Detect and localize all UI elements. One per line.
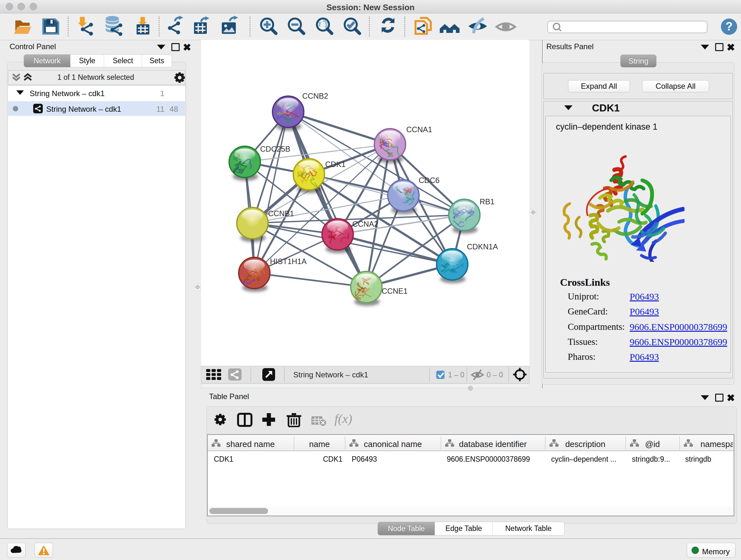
svg-text:CDC25B: CDC25B bbox=[260, 145, 290, 153]
svg-text:String Network – cdk1: String Network – cdk1 bbox=[293, 370, 368, 379]
svg-text:CCNE1: CCNE1 bbox=[382, 287, 408, 295]
svg-text:HIST1H1A: HIST1H1A bbox=[270, 257, 307, 266]
svg-text:CCNB2: CCNB2 bbox=[302, 91, 328, 100]
svg-text:1 – 0: 1 – 0 bbox=[448, 371, 464, 379]
svg-text:CCNA2: CCNA2 bbox=[352, 220, 378, 228]
svg-text:CCNA1: CCNA1 bbox=[406, 125, 432, 134]
svg-text:0 – 0: 0 – 0 bbox=[487, 371, 503, 379]
svg-text:CDKN1A: CDKN1A bbox=[467, 242, 498, 251]
svg-text:CDC6: CDC6 bbox=[419, 176, 440, 185]
svg-text:RB1: RB1 bbox=[480, 197, 495, 206]
svg-text:CCNB1: CCNB1 bbox=[268, 209, 294, 218]
svg-text:CDK1: CDK1 bbox=[325, 160, 346, 169]
